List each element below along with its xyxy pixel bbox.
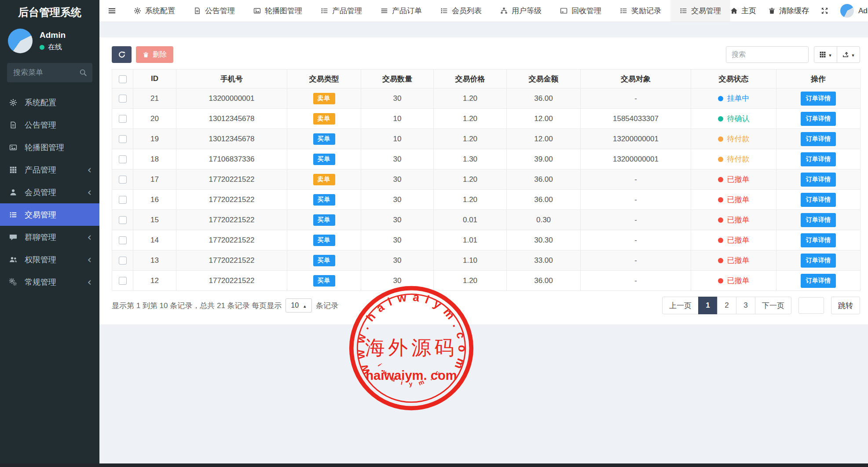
- page-button[interactable]: 1: [698, 297, 718, 314]
- per-page-select[interactable]: 10: [286, 298, 312, 313]
- page-button[interactable]: 下一页: [755, 297, 791, 314]
- cell-phone: 17720221522: [176, 230, 287, 250]
- status-label: 待付款: [727, 134, 750, 144]
- sidebar-item[interactable]: 群聊管理: [0, 226, 99, 248]
- cell-id: 21: [133, 88, 176, 109]
- order-detail-button[interactable]: 订单详情: [801, 193, 836, 207]
- status-dot-icon: [718, 197, 723, 202]
- page-button[interactable]: 2: [717, 297, 736, 314]
- trade-type-badge: 卖单: [313, 174, 335, 185]
- topbar-tab[interactable]: 回收管理: [551, 0, 611, 22]
- trade-type-badge: 买单: [313, 194, 335, 206]
- cell-quantity: 30: [361, 250, 434, 271]
- user-menu[interactable]: Admin: [840, 4, 868, 18]
- order-detail-button[interactable]: 订单详情: [801, 254, 836, 268]
- sidebar-search: [7, 63, 92, 82]
- tab-label: 轮播图管理: [265, 6, 302, 16]
- row-checkbox[interactable]: [119, 95, 127, 103]
- topbar-tab[interactable]: 系统配置: [125, 0, 184, 22]
- row-checkbox[interactable]: [119, 115, 127, 123]
- sidebar-item-icon: [9, 233, 21, 241]
- sidebar-item[interactable]: 轮播图管理: [0, 136, 99, 158]
- topbar-tab[interactable]: 奖励记录: [611, 0, 670, 22]
- row-checkbox[interactable]: [119, 216, 127, 224]
- sidebar-item[interactable]: 交易管理: [0, 203, 99, 226]
- row-checkbox[interactable]: [119, 155, 127, 163]
- trade-type-badge: 买单: [313, 235, 335, 246]
- columns-toggle-button[interactable]: [814, 46, 837, 63]
- sidebar-item[interactable]: 常规管理: [0, 271, 99, 293]
- table-search-input[interactable]: [726, 46, 809, 63]
- order-detail-button[interactable]: 订单详情: [801, 112, 836, 126]
- status-dot-icon: [718, 278, 723, 283]
- delete-button[interactable]: 删除: [136, 46, 173, 63]
- cell-phone: 17720221522: [176, 210, 287, 230]
- table-row: 19 13012345678 买单 10 1.20 12.00 13200000…: [112, 129, 861, 149]
- row-checkbox[interactable]: [119, 236, 127, 244]
- online-status-dot: [40, 45, 44, 50]
- order-detail-button[interactable]: 订单详情: [801, 152, 836, 166]
- row-checkbox[interactable]: [119, 176, 127, 184]
- topbar-tab[interactable]: 公告管理: [184, 0, 244, 22]
- avatar: [840, 4, 854, 18]
- cell-counterparty: -: [581, 271, 691, 291]
- page-button[interactable]: 上一页: [662, 297, 699, 314]
- table-row: 16 17720221522 买单 30 1.20 36.00 -: [112, 190, 861, 210]
- caret-down-icon: [828, 51, 832, 58]
- column-header: 交易价格: [434, 70, 507, 88]
- sidebar-item[interactable]: 权限管理: [0, 248, 99, 271]
- status-dot-icon: [718, 96, 723, 101]
- row-checkbox[interactable]: [119, 277, 127, 285]
- chevron-left-icon: [87, 232, 92, 243]
- cell-amount: 12.00: [507, 129, 581, 149]
- fullscreen-toggle-icon[interactable]: [821, 7, 828, 15]
- sidebar-item[interactable]: 会员管理: [0, 181, 99, 203]
- tab-icon: [134, 7, 141, 15]
- refresh-icon: [118, 51, 126, 59]
- caret-down-icon: [851, 51, 855, 58]
- topbar-tab[interactable]: 产品管理: [311, 0, 371, 22]
- tab-icon: [440, 7, 448, 15]
- menu-toggle-icon[interactable]: [99, 7, 125, 15]
- sidebar-item-label: 会员管理: [25, 187, 56, 198]
- tab-label: 奖励记录: [631, 6, 661, 16]
- order-detail-button[interactable]: 订单详情: [801, 173, 836, 187]
- row-checkbox[interactable]: [119, 257, 127, 265]
- jump-button[interactable]: 跳转: [831, 297, 860, 314]
- trash-icon: [143, 51, 149, 58]
- topbar-tab[interactable]: 产品订单: [371, 0, 431, 22]
- refresh-button[interactable]: [112, 46, 132, 63]
- row-checkbox[interactable]: [119, 196, 127, 204]
- cell-price: 1.20: [434, 190, 507, 210]
- status-badge: 已撤单: [718, 255, 750, 265]
- tab-label: 回收管理: [571, 6, 601, 16]
- cell-amount: 36.00: [507, 88, 581, 109]
- status-dot-icon: [718, 177, 723, 182]
- cell-phone: 13012345678: [176, 109, 287, 129]
- order-detail-button[interactable]: 订单详情: [801, 132, 836, 146]
- user-status-label: 在线: [48, 43, 62, 52]
- order-detail-button[interactable]: 订单详情: [801, 274, 836, 288]
- select-all-checkbox[interactable]: [119, 75, 127, 83]
- order-detail-button[interactable]: 订单详情: [801, 92, 836, 106]
- table-row: 20 13012345678 卖单 10 1.20 12.00 15854033…: [112, 109, 861, 129]
- status-badge: 已撤单: [718, 174, 750, 184]
- home-link[interactable]: 主页: [730, 6, 756, 16]
- page-button[interactable]: 3: [736, 297, 755, 314]
- cell-counterparty: -: [581, 210, 691, 230]
- topbar-tab[interactable]: 交易管理: [670, 0, 730, 22]
- sidebar-item[interactable]: 系统配置: [0, 91, 99, 114]
- order-detail-button[interactable]: 订单详情: [801, 213, 836, 227]
- tab-icon: [321, 7, 328, 15]
- topbar-tab[interactable]: 轮播图管理: [244, 0, 311, 22]
- status-dot-icon: [718, 157, 723, 162]
- topbar-tab[interactable]: 用户等级: [491, 0, 551, 22]
- export-button[interactable]: [837, 46, 860, 63]
- topbar-tab[interactable]: 会员列表: [431, 0, 491, 22]
- row-checkbox[interactable]: [119, 135, 127, 143]
- jump-page-input[interactable]: [798, 297, 824, 314]
- order-detail-button[interactable]: 订单详情: [801, 233, 836, 247]
- sidebar-item[interactable]: 产品管理: [0, 158, 99, 181]
- clear-cache-link[interactable]: 清除缓存: [768, 6, 809, 16]
- sidebar-item[interactable]: 公告管理: [0, 114, 99, 136]
